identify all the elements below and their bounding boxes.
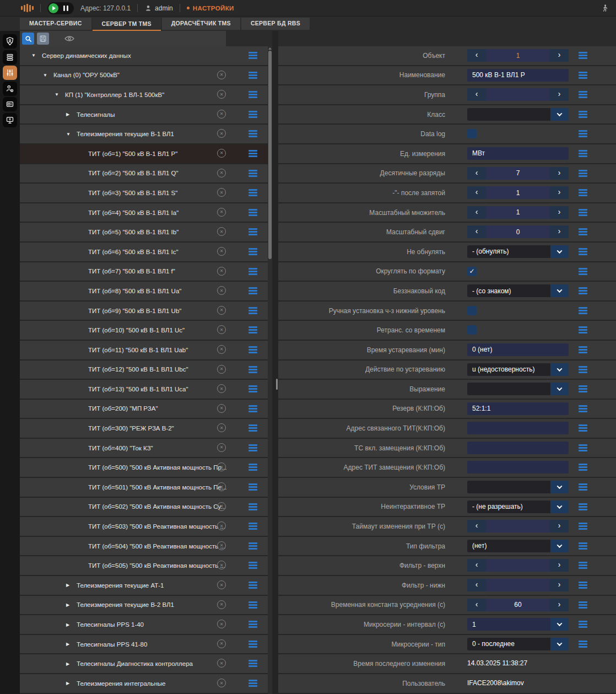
row-menu-icon[interactable] — [579, 189, 587, 196]
remove-icon[interactable]: ✕ — [217, 600, 226, 609]
tab-4[interactable]: СЕРВЕР БД RBS — [241, 18, 310, 30]
remove-icon[interactable]: ✕ — [217, 267, 226, 276]
tree-row[interactable]: ТИТ (об=5) "500 кВ В-1 ВЛ1 Ib"✕ — [20, 223, 268, 243]
row-menu-icon[interactable] — [248, 366, 257, 373]
tree-row[interactable]: ▶Телеизмерения интегральные✕ — [20, 674, 268, 694]
tree-row[interactable]: ТИТ (об=504) "500 кВ Реактивная мощность… — [20, 537, 268, 557]
row-menu-icon[interactable] — [248, 385, 257, 392]
stepper-value[interactable] — [486, 88, 550, 101]
select-open-button[interactable] — [550, 540, 569, 552]
tree-row[interactable]: ТИТ (об=3) "500 кВ В-1 ВЛ1 S"✕ — [20, 184, 268, 203]
sidebar-item-card[interactable] — [3, 97, 17, 111]
tree-row[interactable]: ▶Телесигналы PPS 1-40✕ — [20, 615, 268, 635]
save-button[interactable] — [37, 33, 49, 45]
remove-icon[interactable]: ✕ — [217, 227, 226, 236]
remove-icon[interactable]: ✕ — [217, 541, 226, 550]
sidebar-item-user-gear[interactable] — [3, 82, 17, 96]
remove-icon[interactable]: ✕ — [217, 423, 226, 432]
select[interactable]: - (обнулять) — [467, 245, 569, 258]
stepper-increment-button[interactable]: › — [550, 225, 569, 238]
stepper-value[interactable]: 1 — [486, 49, 550, 62]
row-menu-icon[interactable] — [248, 150, 257, 157]
tree-row[interactable]: ТИТ (об=505) "500 кВ Реактивная мощность… — [20, 556, 268, 576]
remove-icon[interactable]: ✕ — [217, 325, 226, 334]
row-menu-icon[interactable] — [248, 326, 257, 333]
row-menu-icon[interactable] — [248, 660, 257, 667]
row-menu-icon[interactable] — [579, 582, 587, 589]
tree-row[interactable]: ТИТ (об=2) "500 кВ В-1 ВЛ1 Q"✕ — [20, 164, 268, 184]
tree-row[interactable]: ТИТ (об=1) "500 кВ В-1 ВЛ1 Р"✕ — [20, 144, 268, 164]
sidebar-item-sliders[interactable] — [3, 66, 17, 80]
sidebar-item-shield-user[interactable] — [3, 34, 17, 49]
row-menu-icon[interactable] — [248, 287, 257, 294]
checkbox[interactable]: ✓ — [467, 267, 477, 276]
row-menu-icon[interactable] — [248, 464, 257, 471]
stepper-increment-button[interactable]: › — [550, 49, 569, 62]
text-input[interactable] — [467, 461, 569, 474]
tree-row[interactable]: ТИТ (об=400) "Ток КЗ"✕ — [20, 439, 268, 459]
remove-icon[interactable]: ✕ — [217, 149, 226, 158]
stepper-decrement-button[interactable]: ‹ — [467, 520, 486, 532]
tree-row[interactable]: ▶Телесигналы✕ — [20, 105, 268, 125]
remove-icon[interactable]: ✕ — [217, 443, 226, 452]
row-menu-icon[interactable] — [579, 150, 587, 157]
remove-icon[interactable]: ✕ — [217, 247, 226, 256]
select[interactable] — [467, 108, 569, 121]
tab-1[interactable]: МАСТЕР-СЕРВИС — [20, 18, 91, 30]
remove-icon[interactable]: ✕ — [217, 286, 226, 295]
expand-arrow-icon[interactable]: ▶ — [66, 615, 69, 634]
stepper-decrement-button[interactable]: ‹ — [467, 88, 486, 101]
remove-icon[interactable]: ✕ — [217, 659, 226, 668]
row-menu-icon[interactable] — [579, 209, 587, 216]
tree-row[interactable]: ▼Сервер динамических данных — [20, 46, 268, 66]
select[interactable]: - (со знаком) — [467, 284, 569, 297]
remove-icon[interactable]: ✕ — [217, 129, 226, 138]
expand-arrow-icon[interactable]: ▶ — [66, 105, 69, 124]
stepper-value[interactable]: 1 — [486, 206, 550, 219]
tree-row[interactable]: ▶Телесигналы Диагностика контроллера✕ — [20, 654, 268, 674]
row-menu-icon[interactable] — [248, 562, 257, 569]
sidebar-item-layers[interactable] — [3, 50, 17, 64]
row-menu-icon[interactable] — [248, 170, 257, 177]
select[interactable]: u (недостоверность) — [467, 363, 569, 376]
collapse-arrow-icon[interactable]: ▼ — [31, 46, 36, 65]
tab-3[interactable]: ДОРАСЧЁТЧИК TMS — [162, 18, 240, 30]
stepper-increment-button[interactable]: › — [550, 559, 569, 572]
row-menu-icon[interactable] — [579, 326, 587, 333]
remove-icon[interactable]: ✕ — [217, 404, 226, 413]
remove-icon[interactable]: ✕ — [217, 502, 226, 511]
row-menu-icon[interactable] — [579, 170, 587, 177]
search-button[interactable] — [22, 33, 34, 45]
row-menu-icon[interactable] — [579, 385, 587, 392]
row-menu-icon[interactable] — [248, 72, 257, 79]
row-menu-icon[interactable] — [579, 346, 587, 353]
row-menu-icon[interactable] — [248, 209, 257, 216]
row-menu-icon[interactable] — [579, 464, 587, 471]
eye-button[interactable] — [63, 33, 75, 45]
stepper-increment-button[interactable]: › — [550, 167, 569, 180]
select[interactable] — [467, 481, 569, 493]
text-input[interactable]: 0 (нет) — [467, 343, 569, 356]
row-menu-icon[interactable] — [579, 621, 587, 628]
stepper-increment-button[interactable]: › — [550, 520, 569, 532]
row-menu-icon[interactable] — [579, 444, 587, 451]
row-menu-icon[interactable] — [248, 130, 257, 137]
tab-2[interactable]: СЕРВЕР ТМ TMS — [93, 18, 161, 31]
tree-row[interactable]: ТИТ (об=4) "500 кВ В-1 ВЛ1 Ia"✕ — [20, 203, 268, 223]
text-input[interactable]: МВт — [467, 147, 569, 160]
row-menu-icon[interactable] — [579, 405, 587, 412]
tree-row[interactable]: ▶Телеизмерения текущие АТ-1✕ — [20, 576, 268, 596]
select[interactable] — [467, 383, 569, 395]
stepper-value[interactable] — [486, 579, 550, 591]
select-open-button[interactable] — [550, 618, 569, 631]
remove-icon[interactable]: ✕ — [217, 345, 226, 354]
walking-man-icon[interactable] — [601, 4, 609, 13]
scroll-up-arrow-icon[interactable] — [268, 47, 272, 50]
row-menu-icon[interactable] — [579, 268, 587, 275]
select[interactable]: 1 — [467, 618, 569, 631]
select-open-button[interactable] — [550, 284, 569, 297]
row-menu-icon[interactable] — [579, 248, 587, 255]
stepper-decrement-button[interactable]: ‹ — [467, 225, 486, 238]
row-menu-icon[interactable] — [579, 307, 587, 314]
row-menu-icon[interactable] — [579, 424, 587, 432]
